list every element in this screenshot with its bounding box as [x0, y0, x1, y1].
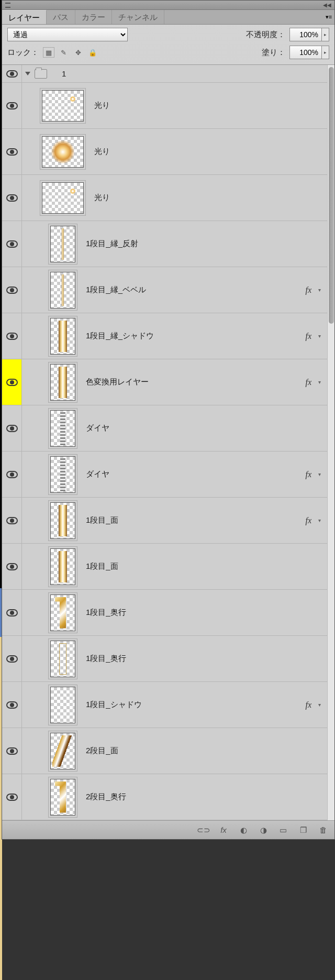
layer-row[interactable]: 光り — [22, 175, 327, 221]
trash-button[interactable]: 🗑 — [318, 825, 328, 835]
panel-footer: ⊂⊃ fx ◐ ◑ ▭ ❐ 🗑 — [2, 820, 334, 839]
visibility-toggle[interactable] — [2, 682, 22, 728]
visibility-toggle[interactable] — [2, 221, 22, 267]
fx-indicator[interactable]: fx — [305, 700, 311, 710]
layer-name-label: 2段目_奥行 — [86, 792, 126, 802]
disclosure-triangle-icon[interactable] — [25, 72, 30, 75]
visibility-toggle[interactable] — [2, 498, 22, 544]
layer-thumbnail[interactable] — [50, 272, 75, 309]
layer-thumbnail[interactable] — [50, 594, 75, 631]
eye-icon — [6, 70, 18, 78]
tab-paths[interactable]: パス — [47, 10, 75, 24]
layer-row[interactable]: 光り — [22, 83, 327, 129]
collapse-icon[interactable] — [5, 3, 10, 8]
fx-expand-arrow-icon[interactable]: ▾ — [318, 702, 321, 708]
link-layers-button[interactable]: ⊂⊃ — [198, 825, 209, 835]
fx-expand-arrow-icon[interactable]: ▾ — [318, 517, 321, 523]
fx-expand-arrow-icon[interactable]: ▾ — [318, 333, 321, 339]
visibility-toggle[interactable] — [2, 313, 22, 359]
layer-row[interactable]: 1段目_奥行 — [22, 636, 327, 682]
layer-thumbnail[interactable] — [50, 456, 75, 493]
fx-indicator[interactable]: fx — [305, 516, 311, 525]
layer-row[interactable]: 1段目_縁_反射 — [22, 221, 327, 267]
layer-row[interactable]: 1段目_縁_シャドウfx▾ — [22, 313, 327, 359]
layer-thumbnail[interactable] — [50, 548, 75, 585]
group-button[interactable]: ▭ — [278, 825, 288, 835]
fx-indicator[interactable]: fx — [305, 378, 311, 387]
layer-row[interactable]: 1段目_シャドウfx▾ — [22, 682, 327, 728]
visibility-toggle[interactable] — [2, 728, 22, 774]
visibility-toggle[interactable] — [2, 405, 22, 452]
fx-expand-arrow-icon[interactable]: ▾ — [318, 287, 321, 293]
layer-thumbnail[interactable] — [50, 502, 75, 539]
layer-thumbnail[interactable] — [42, 182, 84, 214]
layer-row[interactable]: 2段目_面 — [22, 728, 327, 774]
fill-stepper[interactable]: ▸ — [322, 46, 329, 59]
visibility-toggle[interactable] — [2, 544, 22, 590]
visibility-toggle[interactable] — [2, 83, 22, 129]
panel-menu-button[interactable]: ▾≡ — [323, 10, 334, 24]
tab-color[interactable]: カラー — [75, 10, 112, 24]
lock-position-button[interactable]: ✥ — [72, 47, 84, 58]
new-layer-button[interactable]: ❐ — [298, 825, 308, 835]
fx-expand-arrow-icon[interactable]: ▾ — [318, 471, 321, 477]
folder-icon — [35, 69, 47, 79]
lock-transparency-button[interactable]: ▦ — [43, 47, 54, 58]
blend-mode-select[interactable]: 通過 — [7, 28, 128, 41]
layer-thumbnail[interactable] — [42, 136, 84, 168]
layer-row[interactable]: 1段目_面fx▾ — [22, 498, 327, 544]
layer-thumbnail[interactable] — [50, 410, 75, 447]
layer-row[interactable]: 色変換用レイヤーfx▾ — [22, 359, 327, 405]
fx-indicator[interactable]: fx — [305, 285, 311, 295]
visibility-toggle[interactable] — [2, 590, 22, 636]
fx-expand-arrow-icon[interactable]: ▾ — [318, 379, 321, 385]
fill-label: 塗り： — [262, 48, 285, 58]
scrollbar-thumb[interactable] — [329, 67, 334, 324]
layer-thumbnail[interactable] — [50, 318, 75, 355]
layer-row[interactable]: 光り — [22, 129, 327, 175]
layer-thumbnail[interactable] — [50, 226, 75, 262]
fx-button[interactable]: fx — [218, 825, 229, 835]
lock-pixels-button[interactable]: ✎ — [58, 47, 69, 58]
eye-icon — [6, 194, 18, 202]
scrollbar[interactable] — [327, 65, 334, 820]
layer-row[interactable]: ダイヤfx▾ — [22, 452, 327, 498]
eye-icon — [6, 240, 18, 248]
visibility-toggle[interactable] — [2, 129, 22, 175]
visibility-toggle[interactable] — [2, 175, 22, 221]
tab-channels[interactable]: チャンネル — [112, 10, 164, 24]
layer-row[interactable]: ダイヤ — [22, 405, 327, 452]
opacity-input[interactable] — [289, 28, 322, 41]
opacity-label: 不透明度： — [246, 30, 285, 40]
visibility-toggle[interactable] — [2, 359, 22, 405]
layer-row[interactable]: 1段目_奥行 — [22, 590, 327, 636]
mask-button[interactable]: ◐ — [238, 825, 249, 835]
layer-thumbnail[interactable] — [50, 733, 75, 769]
layer-thumbnail[interactable] — [50, 779, 75, 816]
layer-row[interactable]: 1段目_面 — [22, 544, 327, 590]
collapse-arrow-icon[interactable]: ◀◀ — [323, 2, 331, 8]
fill-input[interactable] — [289, 46, 322, 59]
visibility-toggle[interactable] — [2, 65, 22, 83]
panel-tabs: レイヤー パス カラー チャンネル ▾≡ — [2, 10, 334, 25]
fx-indicator[interactable]: fx — [305, 470, 311, 479]
visibility-toggle[interactable] — [2, 267, 22, 313]
layer-thumbnail[interactable] — [50, 641, 75, 677]
layer-thumbnail[interactable] — [50, 364, 75, 401]
lock-all-button[interactable]: 🔒 — [87, 47, 98, 58]
layer-group-row[interactable]: 1 — [22, 65, 327, 83]
layer-name-label: 色変換用レイヤー — [86, 377, 149, 387]
visibility-toggle[interactable] — [2, 774, 22, 820]
layer-thumbnail[interactable] — [42, 90, 84, 122]
opacity-stepper[interactable]: ▸ — [322, 28, 329, 41]
layer-row[interactable]: 2段目_奥行 — [22, 774, 327, 820]
tab-layers[interactable]: レイヤー — [2, 10, 47, 24]
adjustment-button[interactable]: ◑ — [258, 825, 269, 835]
layer-thumbnail[interactable] — [50, 687, 75, 723]
visibility-toggle[interactable] — [2, 636, 22, 682]
fx-indicator[interactable]: fx — [305, 332, 311, 341]
layer-name-label: ダイヤ — [86, 469, 109, 479]
visibility-toggle[interactable] — [2, 452, 22, 498]
panel-title-bar[interactable]: ◀◀ — [2, 1, 334, 10]
layer-row[interactable]: 1段目_縁_ベベルfx▾ — [22, 267, 327, 313]
